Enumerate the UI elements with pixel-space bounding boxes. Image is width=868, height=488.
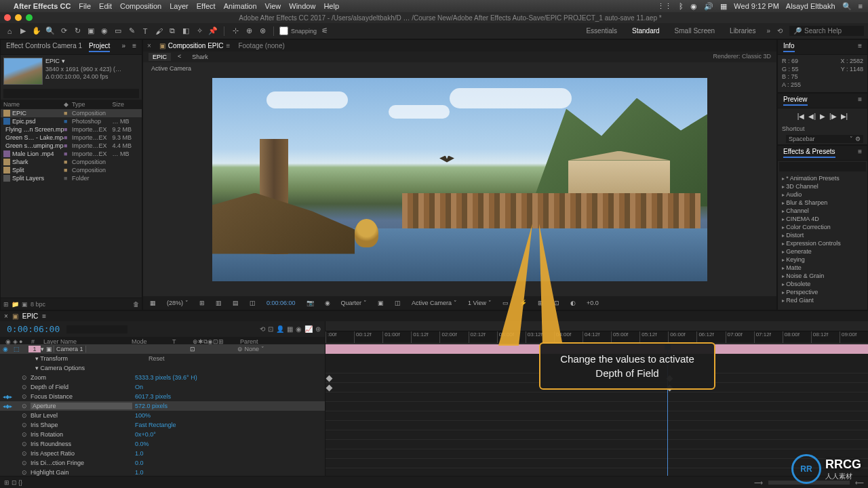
preview-menu-icon[interactable]: ≡ <box>858 96 862 106</box>
eye-icon[interactable]: × <box>147 42 151 49</box>
menu-window[interactable]: Window <box>289 2 315 10</box>
camera-property-depth-of-field[interactable]: ⊙Depth of FieldOn <box>0 382 325 392</box>
footage-tab[interactable]: Footage (none) <box>238 42 284 49</box>
fast-preview-icon[interactable]: ⚡ <box>517 300 530 306</box>
timeline-ruler[interactable]: :00f00:12f01:00f01:12f02:00f02:12f03:00f… <box>326 331 868 344</box>
effect-category[interactable]: * Animation Presets <box>781 174 865 182</box>
resolution-icon[interactable]: ⊞ <box>197 300 208 306</box>
play-button[interactable]: ▶ <box>820 113 825 120</box>
spotlight-icon[interactable]: 🔍 <box>842 2 852 11</box>
rectangle-tool[interactable]: ▭ <box>113 26 123 37</box>
graph-editor-icon[interactable]: 📈 <box>304 325 313 333</box>
project-search-input[interactable] <box>3 89 139 98</box>
project-item[interactable]: Split■Composition <box>1 166 142 174</box>
snap-options-icon[interactable]: ⚟ <box>319 26 330 37</box>
search-help-input[interactable]: 🔎 Search Help <box>789 26 864 36</box>
snapshot-icon[interactable]: 📷 <box>304 300 317 306</box>
pixel-aspect-icon[interactable]: ▭ <box>500 300 511 306</box>
shortcut-dropdown[interactable]: Spacebar˅ ⚙ <box>786 135 863 143</box>
composition-viewer[interactable]: Active Camera <box>143 62 776 296</box>
menu-view[interactable]: View <box>265 2 281 10</box>
workspace-libraries[interactable]: Libraries <box>726 26 760 36</box>
workspace-standard[interactable]: Standard <box>628 26 664 36</box>
col-type[interactable]: Type <box>72 101 112 108</box>
rotate-tool[interactable]: ↻ <box>72 26 83 37</box>
pen-tool[interactable]: ✎ <box>126 26 137 37</box>
home-icon[interactable]: ⌂ <box>4 26 15 37</box>
menu-help[interactable]: Help <box>323 2 339 10</box>
project-item[interactable]: EPIC■Composition <box>1 109 142 117</box>
camera-property-iris-aspect-ratio[interactable]: ⊙Iris Aspect Ratio1.0 <box>0 449 325 458</box>
orbit-tool[interactable]: ⟳ <box>58 26 69 37</box>
tab-close-icon[interactable]: ≡ <box>226 42 231 49</box>
pan-behind-tool[interactable]: ◉ <box>99 26 110 37</box>
reset-workspace-icon[interactable]: ⟲ <box>777 27 783 35</box>
current-time-indicator[interactable] <box>667 344 668 476</box>
subtab-epic[interactable]: EPIC <box>149 53 171 61</box>
effect-category[interactable]: Audio <box>781 190 865 199</box>
panel-overflow-icon[interactable]: » <box>122 42 126 52</box>
timeline-icon[interactable]: ⊞ <box>535 300 546 306</box>
project-item[interactable]: Shark■Composition <box>1 158 142 166</box>
preview-tab[interactable]: Preview <box>783 96 808 106</box>
local-axis-icon[interactable]: ⊹ <box>230 26 241 37</box>
camera-tool[interactable]: ▣ <box>85 26 96 37</box>
type-tool[interactable]: T <box>140 26 151 37</box>
menu-animation[interactable]: Animation <box>224 2 257 10</box>
effect-category[interactable]: CINEMA 4D <box>781 215 865 223</box>
project-items-list[interactable]: EPIC■CompositionEpic.psd■Photoshop… MBFl… <box>1 109 142 298</box>
delete-icon[interactable]: 🗑 <box>133 301 139 308</box>
menu-file[interactable]: File <box>79 2 91 10</box>
camera-property-iris-roundness[interactable]: ⊙Iris Roundness0.0% <box>0 439 325 449</box>
effect-category[interactable]: Noise & Grain <box>781 272 865 280</box>
prop-camera-options[interactable]: ▾ Camera Options <box>0 363 325 373</box>
user-name[interactable]: Alsayd Eltbakh <box>786 2 835 10</box>
camera-property-blur-level[interactable]: ⊙Blur Level100% <box>0 411 325 420</box>
comp-name-header[interactable]: EPIC ▾ <box>45 58 121 66</box>
panel-menu-icon[interactable]: ≡ <box>132 42 136 52</box>
workspace-essentials[interactable]: Essentials <box>582 26 621 36</box>
reset-exposure-icon[interactable]: ◐ <box>568 300 578 306</box>
prop-transform[interactable]: ▾ Transform Reset <box>0 354 325 363</box>
brush-tool[interactable]: 🖌 <box>153 26 164 37</box>
flag-icon[interactable]: ▦ <box>720 2 727 11</box>
camera-property-aperture[interactable]: ◂◆▸⊙Aperture572.0 pixels <box>0 401 325 411</box>
effect-category[interactable]: Red Giant <box>781 296 865 304</box>
puppet-tool[interactable]: 📌 <box>208 26 218 37</box>
project-item[interactable]: Green S… - Lake.mp4■Importe…EX9.3 MB <box>1 134 142 142</box>
3d-view-dropdown[interactable]: Active Camera ˅ <box>409 300 460 306</box>
minimize-window-button[interactable] <box>15 14 22 21</box>
camera-track-bar[interactable] <box>326 344 868 354</box>
timeline-tab-menu-icon[interactable]: ≡ <box>42 312 46 320</box>
composition-tab[interactable]: Composition EPIC <box>168 42 224 49</box>
col-label-icon[interactable]: ◆ <box>64 101 72 108</box>
camera-property-highlight-gain[interactable]: ⊙Highlight Gain1.0 <box>0 468 325 476</box>
roi-icon[interactable]: ▣ <box>375 300 387 306</box>
hide-shy-icon[interactable]: 👤 <box>276 325 284 333</box>
eye-icon[interactable]: × <box>4 312 8 320</box>
menu-composition[interactable]: Composition <box>120 2 161 10</box>
effect-category[interactable]: Obsolete <box>781 280 865 288</box>
new-folder-icon[interactable]: 📁 <box>12 301 19 308</box>
effects-menu-icon[interactable]: ≡ <box>858 148 862 158</box>
current-time[interactable]: 0:00:06:00 <box>264 300 298 306</box>
clone-tool[interactable]: ⧉ <box>167 26 178 37</box>
effect-category[interactable]: Generate <box>781 247 865 256</box>
draft-3d-icon[interactable]: ⊡ <box>268 325 273 333</box>
close-window-button[interactable] <box>4 14 11 21</box>
project-item[interactable]: Flying …n Screen.mp4■Importe…EX9.2 MB <box>1 125 142 134</box>
menu-layer[interactable]: Layer <box>170 2 189 10</box>
zoom-tool[interactable]: 🔍 <box>45 26 56 37</box>
view-axis-icon[interactable]: ⊗ <box>257 26 268 37</box>
effects-list[interactable]: * Animation Presets3D ChannelAudioBlur &… <box>778 173 867 310</box>
effect-controls-tab[interactable]: Effect Controls Camera 1 <box>6 42 82 52</box>
frame-blend-icon[interactable]: ▦ <box>287 325 293 333</box>
roto-tool[interactable]: ✧ <box>194 26 205 37</box>
workspace-overflow[interactable]: » <box>766 27 770 35</box>
camera-property-iris-di-ction-fringe[interactable]: ⊙Iris Di…ction Fringe0.0 <box>0 458 325 468</box>
effects-search-input[interactable] <box>779 162 866 171</box>
views-dropdown[interactable]: 1 View ˅ <box>465 300 494 306</box>
timeline-navigator[interactable] <box>326 321 868 331</box>
project-item[interactable]: Split Layers■Folder <box>1 174 142 182</box>
bpc-button[interactable]: 8 bpc <box>31 301 45 308</box>
